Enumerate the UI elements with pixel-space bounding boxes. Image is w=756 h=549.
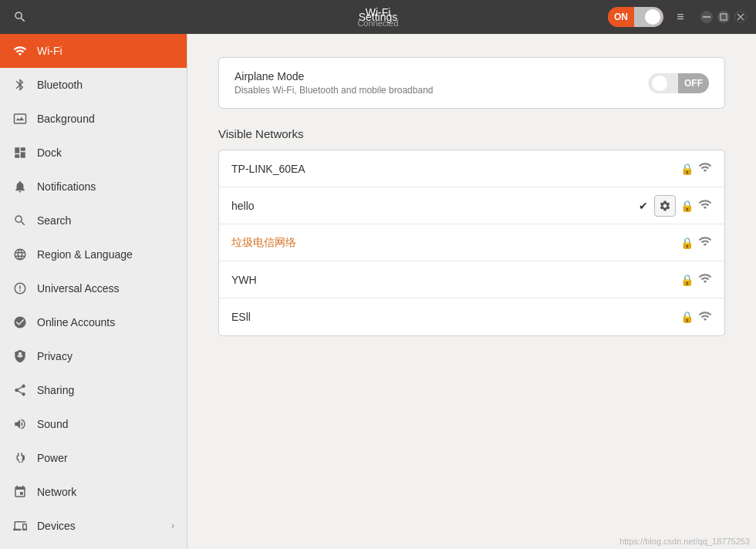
sidebar-item-region[interactable]: Region & Language <box>0 237 187 271</box>
devices-arrow: › <box>171 520 174 531</box>
sidebar-item-privacy[interactable]: Privacy <box>0 339 187 373</box>
sidebar-item-notifications[interactable]: Notifications <box>0 170 187 204</box>
toggle-thumb <box>645 9 660 25</box>
connected-check-icon: ✔ <box>639 200 648 212</box>
network-settings-button[interactable] <box>654 195 676 217</box>
sharing-icon <box>12 383 28 398</box>
wifi-icon-2 <box>698 234 712 251</box>
sidebar-item-search[interactable]: Search <box>0 204 187 237</box>
sidebar-label-sound: Sound <box>37 418 68 430</box>
lock-icon-3: 🔒 <box>680 274 694 286</box>
sidebar-item-sound[interactable]: Sound <box>0 407 187 441</box>
sidebar: Wi-Fi Bluetooth Background Dock Notifica <box>0 34 187 549</box>
universal-icon <box>12 281 28 296</box>
sidebar-label-dock: Dock <box>37 147 62 159</box>
airplane-subtitle: Disables Wi-Fi, Bluetooth and mobile bro… <box>235 85 649 96</box>
sidebar-item-power[interactable]: Power <box>0 441 187 475</box>
toggle-off-label: OFF <box>678 73 709 93</box>
network-icons-2: 🔒 <box>680 234 712 251</box>
lock-icon-1: 🔒 <box>680 200 694 212</box>
sidebar-item-devices[interactable]: Devices › <box>0 509 187 543</box>
wifi-header: Wi-Fi Connected <box>357 6 398 28</box>
network-icons-1: 🔒 <box>654 195 712 217</box>
sidebar-label-sharing: Sharing <box>37 384 74 396</box>
wifi-status: Connected <box>357 19 398 28</box>
airplane-toggle[interactable]: OFF <box>649 73 709 93</box>
networks-section-title: Visible Networks <box>218 127 725 140</box>
network-icons-0: 🔒 <box>680 160 712 177</box>
sidebar-item-network[interactable]: Network <box>0 475 187 509</box>
lock-icon-4: 🔒 <box>680 311 694 323</box>
sidebar-label-power: Power <box>37 452 68 464</box>
wifi-icon <box>12 44 28 59</box>
wifi-icon-0 <box>698 160 712 177</box>
sidebar-item-bluetooth[interactable]: Bluetooth <box>0 68 187 102</box>
network-item-2[interactable]: 垃圾电信网络 🔒 <box>219 224 724 261</box>
sidebar-label-network: Network <box>37 486 76 498</box>
content-area: Airplane Mode Disables Wi-Fi, Bluetooth … <box>187 34 756 549</box>
search-nav-icon <box>12 214 28 228</box>
wifi-icon-1 <box>698 197 712 214</box>
toggle-off-thumb <box>652 76 667 91</box>
maximize-button[interactable] <box>717 11 730 23</box>
window-controls <box>700 11 747 23</box>
accounts-icon <box>12 315 28 330</box>
network-icons-4: 🔒 <box>680 309 712 325</box>
airplane-title: Airplane Mode <box>235 70 649 83</box>
sidebar-label-background: Background <box>37 113 95 125</box>
network-item-4[interactable]: ESll 🔒 <box>219 298 724 335</box>
sidebar-item-online-accounts[interactable]: Online Accounts <box>0 305 187 339</box>
sidebar-item-sharing[interactable]: Sharing <box>0 373 187 407</box>
sidebar-label-universal: Universal Access <box>37 282 120 295</box>
region-icon <box>12 248 28 262</box>
sidebar-item-details[interactable]: Details › <box>0 543 187 549</box>
titlebar: Settings Wi-Fi Connected ON ≡ <box>0 0 756 34</box>
sidebar-label-region: Region & Language <box>37 248 133 261</box>
minimize-button[interactable] <box>700 11 713 23</box>
network-item-0[interactable]: TP-LINK_60EA 🔒 <box>219 150 724 187</box>
lock-icon-2: 🔒 <box>680 237 694 249</box>
main-layout: Wi-Fi Bluetooth Background Dock Notifica <box>0 34 756 549</box>
sidebar-label-notifications: Notifications <box>37 180 96 193</box>
network-name-3: YWH <box>231 274 674 286</box>
dock-icon <box>12 146 28 160</box>
network-icons-3: 🔒 <box>680 271 712 288</box>
sidebar-item-background[interactable]: Background <box>0 102 187 136</box>
wifi-toggle[interactable]: ON <box>608 7 663 27</box>
sidebar-label-search: Search <box>37 214 71 227</box>
sidebar-label-privacy: Privacy <box>37 350 73 362</box>
titlebar-right: ON ≡ <box>608 6 747 28</box>
network-name-1: hello <box>231 200 628 212</box>
devices-icon <box>12 519 28 534</box>
network-item-3[interactable]: YWH 🔒 <box>219 261 724 298</box>
privacy-icon <box>12 349 28 364</box>
network-name-0: TP-LINK_60EA <box>231 163 674 175</box>
sound-icon <box>12 417 28 432</box>
toggle-on-label: ON <box>608 7 634 27</box>
bluetooth-icon <box>12 78 28 93</box>
background-icon <box>12 112 28 126</box>
lock-icon-0: 🔒 <box>680 163 694 175</box>
toggle-track <box>634 7 663 27</box>
sidebar-item-wifi[interactable]: Wi-Fi <box>0 34 187 68</box>
network-icon <box>12 485 28 500</box>
svg-rect-1 <box>721 14 727 20</box>
notifications-icon <box>12 180 28 194</box>
sidebar-label-devices: Devices <box>37 520 76 532</box>
network-name-2: 垃圾电信网络 <box>231 236 674 250</box>
network-item-1[interactable]: hello ✔ 🔒 <box>219 187 724 224</box>
sidebar-item-universal[interactable]: Universal Access <box>0 271 187 305</box>
wifi-icon-4 <box>698 309 712 325</box>
sidebar-label-bluetooth: Bluetooth <box>37 79 83 91</box>
network-list: TP-LINK_60EA 🔒 hello ✔ 🔒 <box>218 150 725 336</box>
wifi-title: Wi-Fi <box>366 6 391 19</box>
network-name-4: ESll <box>231 311 674 323</box>
sidebar-label-online-accounts: Online Accounts <box>37 316 115 328</box>
sidebar-label-wifi: Wi-Fi <box>37 45 62 57</box>
svg-rect-0 <box>703 16 710 18</box>
menu-button[interactable]: ≡ <box>670 6 691 28</box>
sidebar-item-dock[interactable]: Dock <box>0 136 187 170</box>
search-button[interactable] <box>9 6 31 28</box>
close-button[interactable] <box>734 11 747 23</box>
wifi-icon-3 <box>698 271 712 288</box>
